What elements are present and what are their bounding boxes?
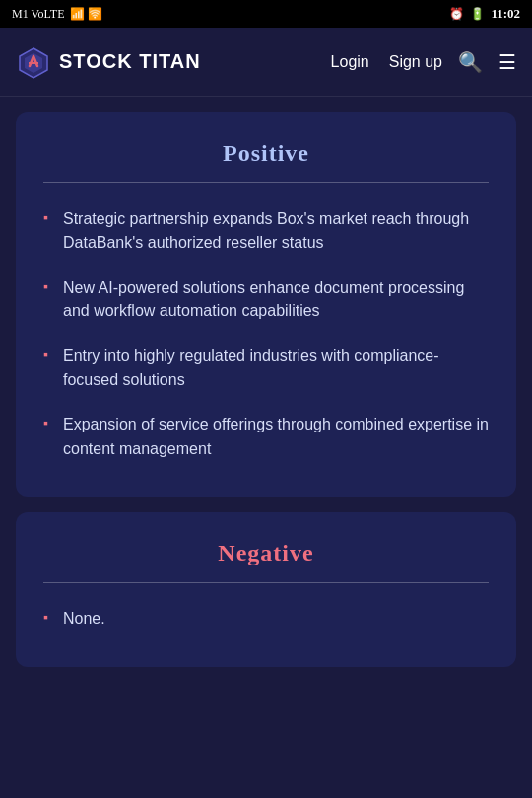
carrier-info: M1 VoLTE 📶 🛜 [12, 7, 102, 22]
login-link[interactable]: Login [331, 53, 369, 71]
nav-links: Login Sign up [331, 53, 442, 71]
clock: 11:02 [491, 6, 520, 22]
main-content: Positive Strategic partnership expands B… [0, 97, 532, 798]
positive-card: Positive Strategic partnership expands B… [16, 112, 516, 497]
search-icon[interactable]: 🔍 [458, 50, 483, 74]
positive-title: Positive [43, 140, 489, 166]
logo-area: STOCK TITAN [16, 44, 331, 80]
logo-icon [16, 44, 51, 80]
list-item: None. [43, 607, 489, 632]
battery-icon: 🔋 [470, 7, 485, 22]
menu-icon[interactable]: ☰ [499, 50, 516, 74]
list-item: Entry into highly regulated industries w… [43, 344, 489, 393]
navbar: STOCK TITAN Login Sign up 🔍 ☰ [0, 28, 532, 97]
nav-icons: 🔍 ☰ [458, 50, 516, 74]
negative-divider [43, 582, 489, 583]
positive-list: Strategic partnership expands Box's mark… [43, 207, 489, 461]
positive-divider [43, 182, 489, 183]
list-item: New AI-powered solutions enhance documen… [43, 276, 489, 325]
negative-list: None. [43, 607, 489, 632]
signup-link[interactable]: Sign up [389, 53, 442, 71]
list-item: Expansion of service offerings through c… [43, 413, 489, 462]
negative-title: Negative [43, 540, 489, 566]
alarm-icon: ⏰ [449, 7, 464, 22]
status-bar: M1 VoLTE 📶 🛜 ⏰ 🔋 11:02 [0, 0, 532, 28]
list-item: Strategic partnership expands Box's mark… [43, 207, 489, 256]
logo-text: STOCK TITAN [59, 50, 201, 73]
negative-card: Negative None. [16, 512, 516, 667]
status-right: ⏰ 🔋 11:02 [449, 6, 520, 22]
